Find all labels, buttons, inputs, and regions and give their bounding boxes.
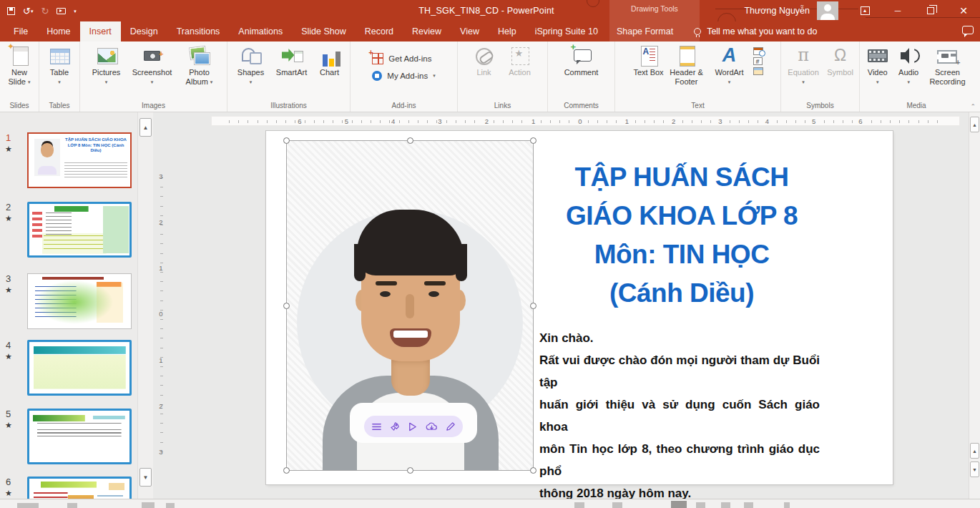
- ruler-number: 1: [153, 264, 169, 272]
- thumbnail-preview[interactable]: [27, 202, 132, 258]
- slide-sorter-view-button[interactable]: [696, 502, 705, 508]
- slide-number: 3: [6, 273, 11, 284]
- get-addins-button[interactable]: Get Add-ins: [372, 53, 435, 64]
- tab-animations[interactable]: Animations: [229, 21, 292, 41]
- thumbnail-scrollbar[interactable]: ▲ ▼: [137, 112, 153, 499]
- resize-handle-sw[interactable]: [283, 467, 290, 474]
- shapes-icon: [240, 45, 263, 67]
- table-button[interactable]: Table▾: [42, 43, 77, 87]
- tab-record[interactable]: Record: [356, 21, 403, 41]
- canvas-scrollbar[interactable]: ▲ ▲ ▼: [969, 112, 980, 499]
- next-slide-icon[interactable]: ▼: [970, 461, 979, 477]
- thumbnail-preview[interactable]: [27, 273, 132, 329]
- photo-album-button[interactable]: Photo Album ▾: [179, 43, 220, 87]
- chart-button[interactable]: Chart: [314, 43, 346, 77]
- scroll-down-icon[interactable]: ▼: [139, 468, 152, 487]
- shapes-button[interactable]: Shapes▾: [232, 43, 270, 87]
- user-name[interactable]: Thương Nguyễn: [744, 6, 810, 16]
- text-box-button[interactable]: Text Box: [633, 43, 665, 77]
- slide-canvas-area[interactable]: 6543210123456: [170, 112, 969, 499]
- date-time-icon[interactable]: [753, 47, 763, 55]
- comment-button[interactable]: + Comment: [557, 43, 607, 77]
- start-slideshow-icon[interactable]: [57, 8, 66, 14]
- scroll-up-icon[interactable]: ▲: [139, 118, 152, 137]
- ribbon-display-options-button[interactable]: ▴: [848, 0, 881, 21]
- redo-icon[interactable]: ↻: [41, 6, 49, 16]
- previous-slide-icon[interactable]: ▲: [970, 443, 979, 459]
- resize-handle-ne[interactable]: [530, 137, 536, 144]
- smartart-button[interactable]: SmartArt: [271, 43, 313, 77]
- minimize-button[interactable]: ─: [881, 0, 914, 21]
- screen-recording-button[interactable]: + Screen Recording: [925, 43, 970, 86]
- tab-ispring-suite[interactable]: iSpring Suite 10: [526, 21, 607, 41]
- video-button[interactable]: Video▾: [863, 43, 892, 87]
- wordart-button[interactable]: A WordArt▾: [709, 43, 750, 87]
- object-icon[interactable]: [753, 67, 763, 75]
- thumbnail-preview[interactable]: [27, 477, 132, 499]
- group-label: Slides: [3, 101, 36, 112]
- tab-transitions[interactable]: Transitions: [167, 21, 230, 41]
- tab-home[interactable]: Home: [37, 21, 79, 41]
- group-label: Media: [863, 101, 970, 112]
- save-icon[interactable]: [7, 7, 15, 15]
- group-label: Add-ins: [353, 101, 454, 112]
- pictures-button[interactable]: Pictures▾: [87, 43, 126, 87]
- resize-handle-e[interactable]: [530, 303, 536, 309]
- tab-slide-show[interactable]: Slide Show: [292, 21, 356, 41]
- tab-help[interactable]: Help: [489, 21, 526, 41]
- resize-handle-s[interactable]: [407, 467, 413, 474]
- animation-star-icon: ★: [5, 352, 12, 361]
- new-slide-button[interactable]: New Slide ▾: [3, 43, 36, 87]
- play-icon[interactable]: [407, 421, 418, 432]
- header-footer-button[interactable]: Header & Footer: [666, 43, 707, 86]
- restore-button[interactable]: [914, 0, 947, 21]
- tab-shape-format[interactable]: Shape Format: [607, 21, 682, 41]
- slide-editing-surface[interactable]: TẬP HUẤN SÁCH GIÁO KHOA LỚP 8 Môn: TIN H…: [266, 131, 893, 484]
- screenshot-icon: +: [141, 45, 164, 67]
- cloud-download-icon[interactable]: [426, 421, 438, 432]
- customize-qat-caret-icon[interactable]: ▾: [74, 9, 77, 14]
- reading-view-button[interactable]: [721, 502, 730, 508]
- comments-pane-icon[interactable]: [962, 26, 974, 34]
- screenshot-button[interactable]: + Screenshot▾: [127, 43, 177, 87]
- selected-picture[interactable]: [286, 140, 534, 471]
- slide-body-textbox[interactable]: Xin chào. Rất vui được chào đón mọi ngườ…: [539, 327, 820, 504]
- slide-title-textbox[interactable]: TẬP HUẤN SÁCH GIÁO KHOA LỚP 8 Môn: TIN H…: [541, 158, 823, 313]
- thumbnail-preview[interactable]: TẬP HUẤN SÁCH GIÁO KHOA LỚP 8 Môn: TIN H…: [27, 132, 132, 188]
- group-label: Illustrations: [230, 101, 347, 112]
- thumbnail-preview[interactable]: [27, 340, 132, 396]
- collapse-ribbon-icon[interactable]: ⌃: [970, 103, 976, 110]
- photo-overlay-toolbar[interactable]: [364, 416, 463, 437]
- resize-handle-se[interactable]: [530, 467, 536, 474]
- scroll-up-icon[interactable]: ▲: [970, 117, 979, 132]
- slide-number-icon[interactable]: #: [753, 57, 763, 65]
- display-settings-button[interactable]: [612, 502, 622, 508]
- notes-button[interactable]: [574, 502, 584, 508]
- ribbon-group-media: Video▾ Audio▾ + Screen Recording Media: [860, 41, 973, 112]
- ribbon: New Slide ▾ Slides Table▾ Tables Picture…: [0, 41, 980, 112]
- normal-view-button[interactable]: [671, 501, 687, 508]
- menu-icon[interactable]: [371, 421, 382, 432]
- user-avatar[interactable]: [817, 1, 838, 20]
- tab-insert[interactable]: Insert: [80, 21, 121, 41]
- resize-handle-n[interactable]: [407, 137, 413, 144]
- zoom-slider[interactable]: [784, 502, 790, 508]
- status-item: [142, 502, 155, 508]
- audio-button[interactable]: Audio▾: [893, 43, 923, 87]
- ribbon-group-links: Link Action Links: [458, 41, 548, 112]
- slideshow-view-button[interactable]: [744, 502, 753, 508]
- group-label: Links: [461, 101, 544, 112]
- pencil-icon[interactable]: [445, 421, 456, 432]
- tab-file[interactable]: File: [4, 21, 37, 41]
- tab-view[interactable]: View: [451, 21, 489, 41]
- tab-design[interactable]: Design: [121, 21, 167, 41]
- my-addins-button[interactable]: My Add-ins ▾: [372, 71, 435, 81]
- resize-handle-w[interactable]: [283, 303, 290, 309]
- tell-me-search[interactable]: Tell me what you want to do: [694, 21, 817, 41]
- thumbnail-preview[interactable]: [27, 409, 132, 464]
- undo-icon[interactable]: ↺▾: [23, 6, 33, 16]
- close-button[interactable]: ✕: [947, 0, 980, 21]
- rocket-icon[interactable]: [389, 421, 400, 432]
- tab-review[interactable]: Review: [403, 21, 451, 41]
- resize-handle-nw[interactable]: [283, 137, 290, 144]
